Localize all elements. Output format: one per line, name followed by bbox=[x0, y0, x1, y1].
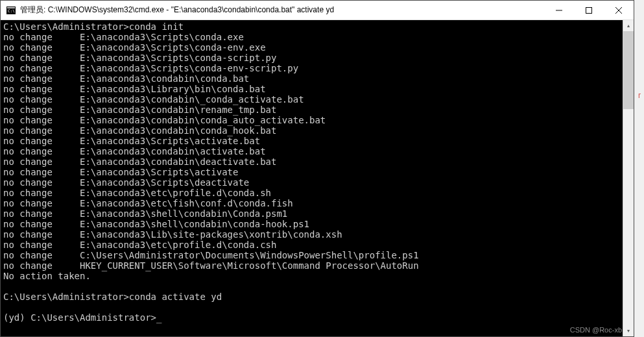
svg-rect-4 bbox=[586, 7, 592, 13]
close-button[interactable] bbox=[604, 1, 634, 19]
window-controls bbox=[544, 1, 634, 19]
cmd-icon: C:\ bbox=[6, 5, 16, 16]
svg-text:C:\: C:\ bbox=[8, 8, 15, 13]
background-fragment: r bbox=[635, 91, 644, 110]
scroll-thumb[interactable] bbox=[623, 31, 634, 109]
minimize-button[interactable] bbox=[544, 1, 574, 19]
terminal-output[interactable]: C:\Users\Administrator>conda init no cha… bbox=[1, 20, 623, 336]
maximize-button[interactable] bbox=[574, 1, 604, 19]
window-title: 管理员: C:\WINDOWS\system32\cmd.exe - "E:\a… bbox=[20, 5, 544, 16]
scroll-down-arrow[interactable]: ▾ bbox=[623, 325, 634, 336]
scroll-up-arrow[interactable]: ▴ bbox=[623, 20, 634, 31]
titlebar[interactable]: C:\ 管理员: C:\WINDOWS\system32\cmd.exe - "… bbox=[1, 1, 634, 20]
vertical-scrollbar[interactable]: ▴ ▾ bbox=[623, 20, 634, 336]
cmd-window: C:\ 管理员: C:\WINDOWS\system32\cmd.exe - "… bbox=[0, 0, 634, 337]
terminal-area: C:\Users\Administrator>conda init no cha… bbox=[1, 20, 634, 336]
